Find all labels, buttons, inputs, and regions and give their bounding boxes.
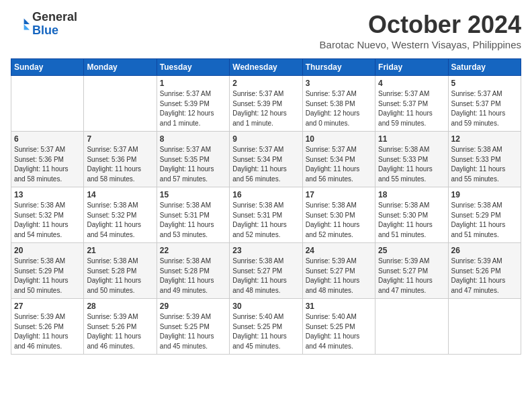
title-area: October 2024 Barotac Nuevo, Western Visa…	[320, 11, 521, 50]
day-info: Sunrise: 5:37 AM Sunset: 5:39 PM Dayligh…	[160, 89, 226, 128]
day-info: Sunrise: 5:38 AM Sunset: 5:30 PM Dayligh…	[306, 201, 372, 240]
weekday-thursday: Thursday	[302, 59, 375, 76]
logo-icon	[11, 15, 30, 34]
calendar-cell: 16Sunrise: 5:38 AM Sunset: 5:31 PM Dayli…	[230, 187, 302, 243]
logo: General Blue	[11, 11, 77, 38]
day-number: 6	[14, 134, 81, 144]
location-title: Barotac Nuevo, Western Visayas, Philippi…	[320, 39, 521, 50]
logo-blue: Blue	[32, 24, 77, 38]
day-number: 12	[451, 134, 518, 144]
calendar-cell: 4Sunrise: 5:37 AM Sunset: 5:37 PM Daylig…	[375, 76, 448, 132]
calendar-cell	[448, 299, 521, 355]
calendar-cell: 11Sunrise: 5:38 AM Sunset: 5:33 PM Dayli…	[375, 132, 448, 187]
calendar-cell: 6Sunrise: 5:37 AM Sunset: 5:36 PM Daylig…	[11, 132, 84, 187]
calendar-cell: 2Sunrise: 5:37 AM Sunset: 5:39 PM Daylig…	[230, 76, 302, 132]
calendar-cell: 24Sunrise: 5:39 AM Sunset: 5:27 PM Dayli…	[302, 243, 375, 299]
calendar-cell: 14Sunrise: 5:38 AM Sunset: 5:32 PM Dayli…	[84, 187, 157, 243]
day-number: 20	[14, 246, 81, 255]
logo-general: General	[32, 11, 77, 24]
day-info: Sunrise: 5:39 AM Sunset: 5:27 PM Dayligh…	[306, 257, 372, 295]
day-info: Sunrise: 5:38 AM Sunset: 5:32 PM Dayligh…	[87, 201, 153, 240]
day-number: 25	[378, 246, 445, 255]
day-info: Sunrise: 5:38 AM Sunset: 5:29 PM Dayligh…	[451, 201, 518, 240]
calendar-cell: 13Sunrise: 5:38 AM Sunset: 5:32 PM Dayli…	[11, 187, 84, 243]
day-info: Sunrise: 5:39 AM Sunset: 5:26 PM Dayligh…	[451, 257, 518, 295]
calendar-cell: 8Sunrise: 5:37 AM Sunset: 5:35 PM Daylig…	[157, 132, 229, 187]
calendar-cell: 12Sunrise: 5:38 AM Sunset: 5:33 PM Dayli…	[448, 132, 521, 187]
calendar-cell: 7Sunrise: 5:37 AM Sunset: 5:36 PM Daylig…	[84, 132, 157, 187]
day-info: Sunrise: 5:40 AM Sunset: 5:25 PM Dayligh…	[306, 312, 372, 351]
day-info: Sunrise: 5:38 AM Sunset: 5:28 PM Dayligh…	[87, 257, 153, 295]
day-info: Sunrise: 5:38 AM Sunset: 5:29 PM Dayligh…	[14, 257, 81, 295]
day-number: 29	[160, 302, 226, 311]
calendar-cell: 31Sunrise: 5:40 AM Sunset: 5:25 PM Dayli…	[302, 299, 375, 355]
day-info: Sunrise: 5:37 AM Sunset: 5:34 PM Dayligh…	[306, 145, 372, 184]
calendar-cell: 20Sunrise: 5:38 AM Sunset: 5:29 PM Dayli…	[11, 243, 84, 299]
day-number: 21	[87, 246, 153, 255]
calendar-cell: 9Sunrise: 5:37 AM Sunset: 5:34 PM Daylig…	[230, 132, 302, 187]
weekday-tuesday: Tuesday	[157, 59, 229, 76]
calendar-cell	[84, 76, 157, 132]
day-number: 11	[378, 134, 445, 144]
calendar-cell: 15Sunrise: 5:38 AM Sunset: 5:31 PM Dayli…	[157, 187, 229, 243]
day-info: Sunrise: 5:39 AM Sunset: 5:26 PM Dayligh…	[14, 312, 81, 351]
day-number: 10	[306, 134, 372, 144]
day-number: 22	[160, 246, 226, 255]
svg-marker-0	[24, 18, 30, 24]
calendar-cell: 28Sunrise: 5:39 AM Sunset: 5:26 PM Dayli…	[84, 299, 157, 355]
day-info: Sunrise: 5:38 AM Sunset: 5:30 PM Dayligh…	[378, 201, 445, 240]
day-info: Sunrise: 5:37 AM Sunset: 5:36 PM Dayligh…	[14, 145, 81, 184]
calendar-week-2: 6Sunrise: 5:37 AM Sunset: 5:36 PM Daylig…	[11, 132, 521, 187]
day-info: Sunrise: 5:38 AM Sunset: 5:28 PM Dayligh…	[160, 257, 226, 295]
day-number: 4	[378, 79, 445, 88]
day-number: 7	[87, 134, 153, 144]
calendar-cell	[11, 76, 84, 132]
day-number: 13	[14, 190, 81, 199]
logo-text: General Blue	[32, 11, 77, 38]
calendar-week-1: 1Sunrise: 5:37 AM Sunset: 5:39 PM Daylig…	[11, 76, 521, 132]
day-info: Sunrise: 5:37 AM Sunset: 5:37 PM Dayligh…	[378, 89, 445, 128]
calendar-cell: 30Sunrise: 5:40 AM Sunset: 5:25 PM Dayli…	[230, 299, 302, 355]
day-info: Sunrise: 5:37 AM Sunset: 5:39 PM Dayligh…	[232, 89, 299, 128]
day-number: 1	[160, 79, 226, 88]
day-info: Sunrise: 5:38 AM Sunset: 5:32 PM Dayligh…	[14, 201, 81, 240]
calendar-cell: 21Sunrise: 5:38 AM Sunset: 5:28 PM Dayli…	[84, 243, 157, 299]
calendar-cell: 26Sunrise: 5:39 AM Sunset: 5:26 PM Dayli…	[448, 243, 521, 299]
day-number: 16	[232, 190, 299, 199]
day-info: Sunrise: 5:40 AM Sunset: 5:25 PM Dayligh…	[232, 312, 299, 351]
day-number: 2	[232, 79, 299, 88]
weekday-monday: Monday	[84, 59, 157, 76]
calendar-body: 1Sunrise: 5:37 AM Sunset: 5:39 PM Daylig…	[11, 76, 521, 355]
day-number: 28	[87, 302, 153, 311]
calendar-cell: 29Sunrise: 5:39 AM Sunset: 5:25 PM Dayli…	[157, 299, 229, 355]
calendar-week-3: 13Sunrise: 5:38 AM Sunset: 5:32 PM Dayli…	[11, 187, 521, 243]
day-number: 9	[232, 134, 299, 144]
day-number: 18	[378, 190, 445, 199]
day-number: 30	[232, 302, 299, 311]
day-info: Sunrise: 5:37 AM Sunset: 5:36 PM Dayligh…	[87, 145, 153, 184]
day-number: 31	[306, 302, 372, 311]
day-number: 5	[451, 79, 518, 88]
day-info: Sunrise: 5:37 AM Sunset: 5:38 PM Dayligh…	[306, 89, 372, 128]
day-info: Sunrise: 5:39 AM Sunset: 5:27 PM Dayligh…	[378, 257, 445, 295]
calendar-cell: 27Sunrise: 5:39 AM Sunset: 5:26 PM Dayli…	[11, 299, 84, 355]
day-number: 8	[160, 134, 226, 144]
day-number: 14	[87, 190, 153, 199]
day-info: Sunrise: 5:38 AM Sunset: 5:33 PM Dayligh…	[378, 145, 445, 184]
month-title: October 2024	[320, 11, 521, 39]
day-info: Sunrise: 5:37 AM Sunset: 5:37 PM Dayligh…	[451, 89, 518, 128]
day-info: Sunrise: 5:37 AM Sunset: 5:35 PM Dayligh…	[160, 145, 226, 184]
day-number: 15	[160, 190, 226, 199]
day-number: 27	[14, 302, 81, 311]
calendar-cell: 1Sunrise: 5:37 AM Sunset: 5:39 PM Daylig…	[157, 76, 229, 132]
day-number: 3	[306, 79, 372, 88]
calendar-cell: 19Sunrise: 5:38 AM Sunset: 5:29 PM Dayli…	[448, 187, 521, 243]
calendar-cell: 5Sunrise: 5:37 AM Sunset: 5:37 PM Daylig…	[448, 76, 521, 132]
calendar-cell: 10Sunrise: 5:37 AM Sunset: 5:34 PM Dayli…	[302, 132, 375, 187]
day-info: Sunrise: 5:38 AM Sunset: 5:31 PM Dayligh…	[160, 201, 226, 240]
calendar-cell	[375, 299, 448, 355]
day-number: 26	[451, 246, 518, 255]
calendar-cell: 25Sunrise: 5:39 AM Sunset: 5:27 PM Dayli…	[375, 243, 448, 299]
calendar-cell: 3Sunrise: 5:37 AM Sunset: 5:38 PM Daylig…	[302, 76, 375, 132]
calendar-cell: 18Sunrise: 5:38 AM Sunset: 5:30 PM Dayli…	[375, 187, 448, 243]
